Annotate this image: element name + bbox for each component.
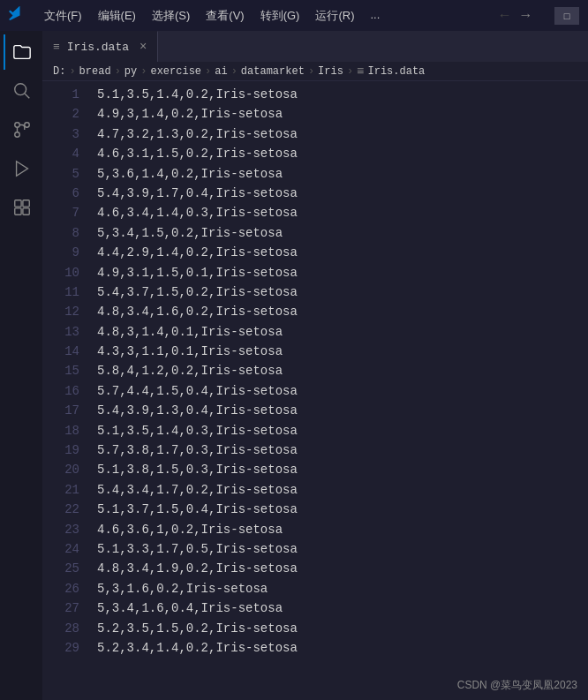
breadcrumb-sep-7: › (347, 65, 353, 78)
main-layout: ≡ Iris.data × D: › bread › py › exercise… (0, 31, 588, 700)
menu-goto[interactable]: 转到(G) (253, 6, 307, 26)
menu-edit[interactable]: 编辑(E) (91, 6, 143, 26)
code-line: 5.1,3.3,1.7,0.5,Iris-setosa (97, 539, 577, 559)
code-line: 5,3.6,1.4,0.2,Iris-setosa (97, 164, 577, 184)
code-line: 4.3,3,1.1,0.1,Iris-setosa (97, 342, 577, 361)
title-bar: 文件(F) 编辑(E) 选择(S) 查看(V) 转到(G) 运行(R) ... … (0, 0, 588, 31)
menu-select[interactable]: 选择(S) (145, 6, 197, 26)
breadcrumb-sep-2: › (115, 65, 121, 78)
tab-filename: Iris.data (67, 41, 129, 54)
menu-bar: 文件(F) 编辑(E) 选择(S) 查看(V) 转到(G) 运行(R) ... (37, 6, 387, 26)
code-line: 4.8,3.4,1.6,0.2,Iris-setosa (97, 302, 577, 321)
code-line: 5.4,3.4,1.7,0.2,Iris-setosa (97, 480, 577, 500)
code-line: 4.6,3.1,1.5,0.2,Iris-setosa (97, 144, 577, 163)
breadcrumb: D: › bread › py › exercise › ai › datama… (42, 62, 588, 81)
breadcrumb-sep-1: › (69, 65, 75, 78)
line-number: 9 (57, 243, 79, 262)
svg-rect-9 (23, 208, 29, 215)
tab-iris-data[interactable]: ≡ Iris.data × (42, 31, 158, 62)
svg-marker-5 (17, 162, 28, 177)
svg-rect-6 (15, 200, 21, 207)
line-number: 1 (57, 85, 79, 104)
activity-bar (0, 31, 42, 700)
code-editor[interactable]: 1234567891011121314151617181920212223242… (42, 81, 588, 700)
back-button[interactable]: ← (497, 6, 513, 26)
line-number: 8 (57, 223, 79, 243)
menu-file[interactable]: 文件(F) (37, 6, 89, 26)
line-number: 10 (57, 263, 79, 282)
breadcrumb-sep-4: › (205, 65, 211, 78)
editor-area: ≡ Iris.data × D: › bread › py › exercise… (42, 31, 588, 700)
activity-debug[interactable] (4, 151, 39, 186)
breadcrumb-py[interactable]: py (124, 65, 137, 78)
breadcrumb-datamarket[interactable]: datamarket (241, 65, 305, 78)
menu-more[interactable]: ... (363, 6, 387, 26)
code-line: 5,3.4,1.5,0.2,Iris-setosa (97, 223, 577, 243)
code-line: 5.4,3.7,1.5,0.2,Iris-setosa (97, 282, 577, 302)
line-number: 11 (57, 282, 79, 302)
code-content: 5.1,3.5,1.4,0.2,Iris-setosa4.9,3,1.4,0.2… (87, 85, 588, 696)
activity-search[interactable] (4, 73, 39, 109)
nav-buttons: ← → (497, 6, 533, 26)
code-line: 4.7,3.2,1.3,0.2,Iris-setosa (97, 124, 577, 144)
line-number: 24 (57, 539, 79, 559)
breadcrumb-ai[interactable]: ai (215, 65, 227, 78)
line-number: 17 (57, 401, 79, 420)
line-number: 3 (57, 124, 79, 144)
code-line: 5.1,3.5,1.4,0.3,Iris-setosa (97, 421, 577, 440)
forward-button[interactable]: → (517, 6, 533, 26)
code-line: 5.1,3.8,1.5,0.3,Iris-setosa (97, 460, 577, 479)
window-controls: □ (554, 7, 579, 25)
breadcrumb-sep-6: › (308, 65, 314, 78)
line-number: 29 (57, 638, 79, 658)
code-line: 5.8,4,1.2,0.2,Iris-setosa (97, 361, 577, 380)
breadcrumb-iris-folder[interactable]: Iris (318, 65, 343, 78)
tab-bar: ≡ Iris.data × (42, 31, 588, 62)
vscode-icon (9, 6, 23, 25)
menu-view[interactable]: 查看(V) (199, 6, 251, 26)
code-line: 5.7,3.8,1.7,0.3,Iris-setosa (97, 440, 577, 460)
code-line: 4.9,3.1,1.5,0.1,Iris-setosa (97, 263, 577, 282)
tab-close-button[interactable]: × (139, 40, 147, 54)
line-number: 26 (57, 579, 79, 598)
activity-files[interactable] (4, 34, 39, 70)
code-line: 4.6,3.6,1,0.2,Iris-setosa (97, 520, 577, 539)
breadcrumb-sep-5: › (231, 65, 237, 78)
breadcrumb-exercise[interactable]: exercise (150, 65, 201, 78)
svg-point-4 (15, 132, 20, 138)
svg-rect-8 (15, 208, 21, 215)
line-number: 21 (57, 480, 79, 500)
line-number: 16 (57, 381, 79, 401)
breadcrumb-file-icon: ≡ (357, 64, 364, 79)
svg-point-2 (15, 123, 20, 128)
activity-git[interactable] (4, 112, 39, 147)
svg-rect-7 (23, 200, 29, 207)
breadcrumb-d[interactable]: D: (53, 65, 65, 78)
line-number: 12 (57, 302, 79, 321)
code-line: 4.8,3,1.4,0.1,Iris-setosa (97, 322, 577, 342)
line-number: 25 (57, 559, 79, 578)
line-number: 28 (57, 619, 79, 638)
line-number: 14 (57, 342, 79, 361)
line-number: 2 (57, 104, 79, 124)
code-line: 4.4,2.9,1.4,0.2,Iris-setosa (97, 243, 577, 262)
breadcrumb-iris-file[interactable]: Iris.data (368, 65, 426, 78)
window-maximize[interactable]: □ (554, 7, 579, 25)
line-number: 7 (57, 203, 79, 222)
code-line: 5.2,3.4,1.4,0.2,Iris-setosa (97, 638, 577, 658)
line-number: 18 (57, 421, 79, 440)
svg-point-0 (15, 84, 26, 95)
line-number: 27 (57, 598, 79, 618)
line-number: 5 (57, 164, 79, 184)
tab-icon: ≡ (53, 41, 60, 54)
code-line: 5.2,3.5,1.5,0.2,Iris-setosa (97, 619, 577, 638)
activity-extensions[interactable] (4, 190, 39, 225)
code-line: 4.9,3,1.4,0.2,Iris-setosa (97, 104, 577, 124)
line-number: 6 (57, 184, 79, 203)
menu-run[interactable]: 运行(R) (308, 6, 361, 26)
svg-line-1 (25, 94, 29, 98)
line-number: 19 (57, 440, 79, 460)
line-numbers: 1234567891011121314151617181920212223242… (42, 85, 87, 696)
code-line: 5.1,3.7,1.5,0.4,Iris-setosa (97, 500, 577, 519)
breadcrumb-bread[interactable]: bread (79, 65, 111, 78)
